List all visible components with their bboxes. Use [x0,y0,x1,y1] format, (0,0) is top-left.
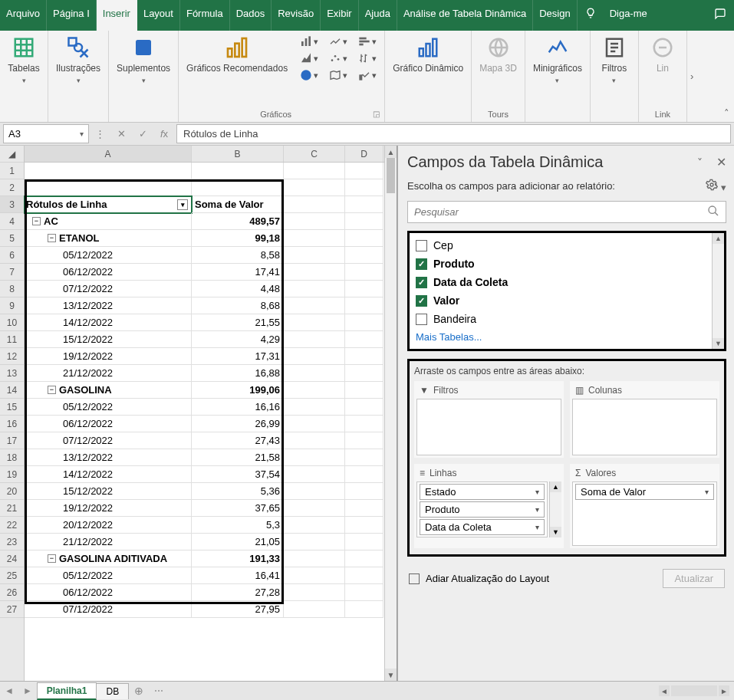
defer-checkbox[interactable] [409,573,420,584]
menu-inserir[interactable]: Inserir [97,0,137,31]
cell[interactable] [284,466,345,483]
row-header[interactable]: 15 [0,399,24,416]
ribbon-filtros[interactable]: Filtros ▾ [595,34,634,86]
ribbon-link[interactable]: Lin [643,34,682,75]
area-linhas[interactable]: ≡Linhas Estado▾Produto▾Data da Coleta▾ ▲… [414,464,564,548]
cell[interactable] [345,584,383,601]
cell[interactable]: 27,43 [192,432,284,449]
cell[interactable] [284,297,345,314]
menu-ajuda[interactable]: Ajuda [359,0,397,31]
tell-me-lightbulb-icon[interactable] [578,0,604,31]
cell[interactable]: 16,88 [192,365,284,382]
sheet-tab-planilha1[interactable]: Planilha1 [37,682,97,700]
ribbon-tabelas[interactable]: Tabelas ▾ [5,34,43,86]
cell[interactable] [345,601,383,618]
cell[interactable]: 06/12/2022 [25,584,192,601]
cell[interactable]: 191,33 [192,550,284,567]
field-checkbox[interactable] [416,314,427,325]
cell[interactable]: 199,06 [192,382,284,399]
cell[interactable] [345,264,383,281]
chart-pie-button[interactable]: ▾ [295,67,321,83]
chart-line-button[interactable]: ▾ [324,34,351,49]
row-header[interactable]: 22 [0,517,24,534]
menu-formulas[interactable]: Fórmula [180,0,230,31]
cell[interactable] [284,348,345,365]
cell[interactable]: 20/12/2022 [25,517,192,534]
vertical-scrollbar[interactable]: ▲ ▼ [384,146,397,681]
cell[interactable]: −GASOLINA ADITIVADA [25,550,192,567]
cell[interactable] [345,331,383,348]
cell[interactable]: 16,41 [192,567,284,584]
row-header[interactable]: 16 [0,416,24,432]
ribbon-grafico-dinamico[interactable]: Gráfico Dinâmico [390,34,466,75]
collapse-icon[interactable]: − [48,554,56,563]
row-header[interactable]: 9 [0,297,24,314]
formula-input[interactable]: Rótulos de Linha [176,124,731,143]
area-colunas[interactable]: ▥Colunas [570,381,719,458]
enter-formula-icon[interactable]: ✓ [133,124,153,143]
cell[interactable]: 21/12/2022 [25,534,192,550]
scroll-thumb[interactable] [387,158,395,193]
row-header[interactable]: 20 [0,483,24,500]
name-box[interactable]: A3 ▾ [3,124,89,143]
cell[interactable] [25,179,192,196]
cell[interactable]: 21,58 [192,449,284,466]
area-field-dropdown[interactable]: Data da Coleta▾ [420,519,545,535]
cell[interactable] [284,331,345,348]
chart-map-button[interactable]: ▾ [324,67,351,83]
cell[interactable] [345,365,383,382]
cell[interactable]: 06/12/2022 [25,416,192,432]
row-header[interactable]: 21 [0,500,24,517]
area-field-dropdown[interactable]: Produto▾ [420,501,545,518]
cell[interactable]: 06/12/2022 [25,264,192,281]
row-header[interactable]: 5 [0,230,24,247]
cell[interactable] [284,382,345,399]
area-field-dropdown[interactable]: Estado▾ [420,484,545,500]
cell[interactable] [284,196,345,213]
row-header[interactable]: 26 [0,584,24,601]
cell[interactable] [345,213,383,230]
cell[interactable]: 07/12/2022 [25,432,192,449]
fx-icon[interactable]: fx [154,124,174,143]
chart-area-button[interactable]: ▾ [295,51,321,66]
row-header[interactable]: 27 [0,601,24,618]
cell[interactable]: 14/12/2022 [25,314,192,331]
cell[interactable]: 07/12/2022 [25,281,192,297]
area-field-dropdown[interactable]: Soma de Valor▾ [575,484,714,500]
cell[interactable]: 26,99 [192,416,284,432]
cell[interactable]: 17,41 [192,264,284,281]
row-header[interactable]: 11 [0,331,24,348]
cell[interactable] [345,449,383,466]
cell[interactable] [345,550,383,567]
row-header[interactable]: 13 [0,365,24,382]
pane-collapse-icon[interactable]: ˅ [697,156,703,169]
close-icon[interactable]: ✕ [716,155,726,169]
tell-me-input[interactable]: Diga-me [604,0,653,31]
cell[interactable] [284,584,345,601]
ribbon-ilustracoes[interactable]: Ilustrações ▾ [53,34,104,86]
cell[interactable]: 8,68 [192,297,284,314]
scroll-down-icon[interactable]: ▼ [550,527,561,537]
cell[interactable] [345,163,383,179]
cell[interactable]: 21,05 [192,534,284,550]
ribbon-scroll-right-icon[interactable]: › [687,31,696,122]
chart-scatter-button[interactable]: ▾ [324,51,351,66]
formula-expand-icon[interactable]: ⋮ [90,124,110,143]
chart-combo-button[interactable]: ▾ [354,67,380,83]
horizontal-scrollbar[interactable]: ◄ ► [659,685,734,696]
row-header[interactable]: 14 [0,382,24,399]
ribbon-minigraficos[interactable]: Minigráficos ▾ [530,34,585,86]
chart-stock-button[interactable]: ▾ [354,51,380,66]
chevron-down-icon[interactable]: ▾ [535,505,539,514]
cell[interactable]: 8,58 [192,247,284,264]
cell[interactable]: 13/12/2022 [25,449,192,466]
chart-bar-button[interactable]: ▾ [295,34,321,49]
row-header[interactable]: 25 [0,567,24,584]
cell[interactable]: 4,29 [192,331,284,348]
menu-analise-tabela-dinamica[interactable]: Análise de Tabela Dinâmica [397,0,533,31]
cell[interactable]: Soma de Valor [192,196,284,213]
dialog-launcher-icon[interactable]: ◲ [373,110,380,118]
cell[interactable]: 489,57 [192,213,284,230]
cell[interactable] [284,365,345,382]
row-header[interactable]: 3 [0,196,24,213]
